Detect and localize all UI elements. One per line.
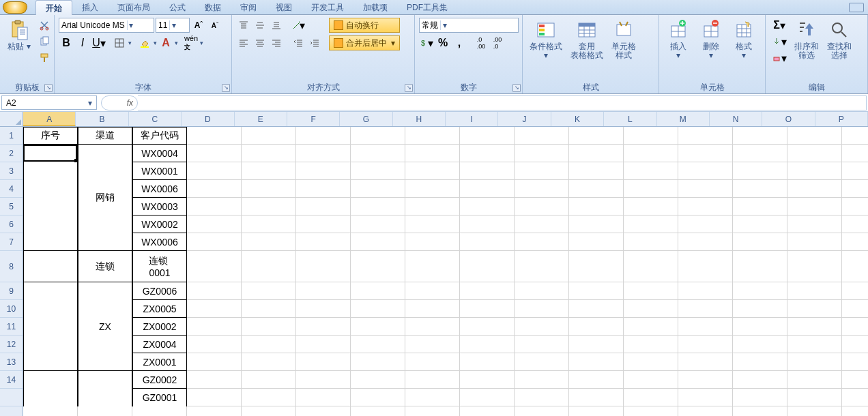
colhdr-P[interactable]: P — [815, 112, 868, 126]
merge-center-button[interactable]: 合并后居中▾ — [329, 35, 400, 50]
tab-9[interactable]: PDF工具集 — [397, 0, 457, 15]
cell-A9[interactable] — [23, 282, 78, 371]
shrink-font-button[interactable]: Aˇ — [207, 18, 222, 33]
rowhdr-15[interactable] — [0, 389, 23, 406]
clear-button[interactable]: ▾ — [770, 50, 789, 65]
table-format-button[interactable]: 套用 表格格式 — [568, 18, 606, 61]
italic-button[interactable]: I — [75, 35, 90, 50]
formula-input[interactable] — [138, 95, 867, 110]
cells-area[interactable]: 序号渠道客户代码网销连锁ZXWX0004WX0001WX0006WX0003WX… — [23, 127, 868, 416]
cell-A14[interactable] — [23, 371, 78, 406]
format-cells-button[interactable]: 格式▾ — [729, 18, 759, 61]
tab-7[interactable]: 开发工具 — [302, 0, 353, 15]
align-bottom-button[interactable] — [269, 18, 284, 33]
cell-C11[interactable]: ZX0002 — [132, 318, 187, 336]
format-painter-button[interactable] — [37, 50, 52, 65]
cell-C10[interactable]: ZX0005 — [132, 300, 187, 318]
cell-C13[interactable]: ZX0001 — [132, 353, 187, 371]
rowhdr-10[interactable]: 10 — [0, 300, 23, 318]
cell-C15[interactable]: GZ0001 — [132, 389, 187, 406]
phonetic-button[interactable]: wén文 — [184, 35, 199, 50]
name-box[interactable]: A2▾ — [1, 95, 97, 110]
fill-button[interactable]: ▾ — [770, 34, 789, 49]
rowhdr-7[interactable]: 7 — [0, 233, 23, 251]
rowhdr-8[interactable]: 8 — [0, 251, 23, 282]
decrease-decimal-button[interactable]: .00.0 — [490, 35, 505, 50]
grow-font-button[interactable]: Aˆ — [191, 18, 206, 33]
cell-C12[interactable]: ZX0004 — [132, 336, 187, 353]
office-button[interactable] — [3, 1, 27, 14]
cell-A2[interactable] — [23, 145, 78, 251]
font-size-combo[interactable]: 11▾ — [156, 18, 190, 33]
colhdr-M[interactable]: M — [657, 112, 710, 126]
increase-indent-button[interactable] — [307, 35, 322, 50]
select-all-corner[interactable] — [0, 112, 23, 127]
rowhdr-13[interactable]: 13 — [0, 353, 23, 371]
clipboard-dialog-launcher[interactable]: ↘ — [44, 84, 53, 92]
font-color-button[interactable]: A — [158, 35, 173, 50]
decrease-indent-button[interactable] — [291, 35, 306, 50]
insert-cells-button[interactable]: 插入▾ — [663, 18, 693, 61]
sort-filter-button[interactable]: 排序和 筛选 — [792, 18, 822, 61]
align-center-button[interactable] — [252, 35, 267, 50]
rowhdr-11[interactable]: 11 — [0, 318, 23, 336]
cut-button[interactable] — [37, 18, 52, 33]
font-dialog-launcher[interactable]: ↘ — [222, 84, 230, 92]
align-right-button[interactable] — [269, 35, 284, 50]
cell-B14[interactable] — [78, 371, 132, 406]
cell-C7[interactable]: WX0006 — [132, 233, 187, 251]
rowhdr-9[interactable]: 9 — [0, 282, 23, 300]
delete-cells-button[interactable]: 删除▾ — [696, 18, 726, 61]
rowhdr-5[interactable]: 5 — [0, 198, 23, 216]
underline-button[interactable]: U ▾ — [91, 35, 106, 50]
conditional-format-button[interactable]: 条件格式▾ — [527, 18, 565, 61]
align-dialog-launcher[interactable]: ↘ — [405, 84, 413, 92]
tab-6[interactable]: 视图 — [266, 0, 302, 15]
tab-1[interactable]: 插入 — [72, 0, 108, 15]
border-button[interactable] — [112, 35, 127, 50]
colhdr-I[interactable]: I — [446, 112, 498, 126]
colhdr-J[interactable]: J — [498, 112, 551, 126]
tab-0[interactable]: 开始 — [35, 0, 72, 15]
rowhdr-6[interactable]: 6 — [0, 216, 23, 233]
cell-B2[interactable]: 网销 — [78, 145, 132, 251]
cell-C4[interactable]: WX0006 — [132, 180, 187, 198]
align-middle-button[interactable] — [252, 18, 267, 33]
align-top-button[interactable] — [236, 18, 251, 33]
cell-C3[interactable]: WX0001 — [132, 162, 187, 180]
number-dialog-launcher[interactable]: ↘ — [512, 84, 521, 92]
rowhdr-14[interactable]: 14 — [0, 371, 23, 389]
rowhdr-2[interactable]: 2 — [0, 145, 23, 162]
tab-5[interactable]: 审阅 — [231, 0, 266, 15]
rowhdr-4[interactable]: 4 — [0, 180, 23, 198]
fx-button[interactable]: fx — [101, 95, 138, 110]
cell-C5[interactable]: WX0003 — [132, 198, 187, 216]
tab-3[interactable]: 公式 — [160, 0, 195, 15]
cell-A8[interactable] — [23, 251, 78, 282]
rowhdr-1[interactable]: 1 — [0, 127, 23, 145]
colhdr-A[interactable]: A — [23, 112, 76, 126]
cell-C2[interactable]: WX0004 — [132, 145, 187, 162]
rowhdr-3[interactable]: 3 — [0, 162, 23, 180]
help-icon[interactable] — [849, 3, 864, 12]
copy-button[interactable] — [37, 34, 52, 49]
colhdr-O[interactable]: O — [762, 112, 815, 126]
currency-button[interactable]: $▾ — [419, 35, 434, 50]
colhdr-K[interactable]: K — [551, 112, 604, 126]
tab-4[interactable]: 数据 — [195, 0, 231, 15]
tab-2[interactable]: 页面布局 — [108, 0, 160, 15]
cell-C6[interactable]: WX0002 — [132, 216, 187, 233]
colhdr-C[interactable]: C — [129, 112, 182, 126]
cell-A1[interactable]: 序号 — [23, 127, 78, 145]
cell-B9[interactable]: ZX — [78, 282, 132, 371]
percent-button[interactable]: % — [435, 35, 450, 50]
font-name-combo[interactable]: Arial Unicode MS▾ — [59, 18, 154, 33]
paste-button[interactable]: 粘贴 ▾ — [4, 18, 34, 53]
cell-B8[interactable]: 连锁 — [78, 251, 132, 282]
fill-color-button[interactable] — [137, 35, 152, 50]
colhdr-E[interactable]: E — [235, 112, 287, 126]
bold-button[interactable]: B — [59, 35, 74, 50]
increase-decimal-button[interactable]: .0.00 — [474, 35, 489, 50]
number-format-combo[interactable]: 常规▾ — [419, 18, 519, 33]
autosum-button[interactable]: Σ ▾ — [770, 18, 789, 33]
